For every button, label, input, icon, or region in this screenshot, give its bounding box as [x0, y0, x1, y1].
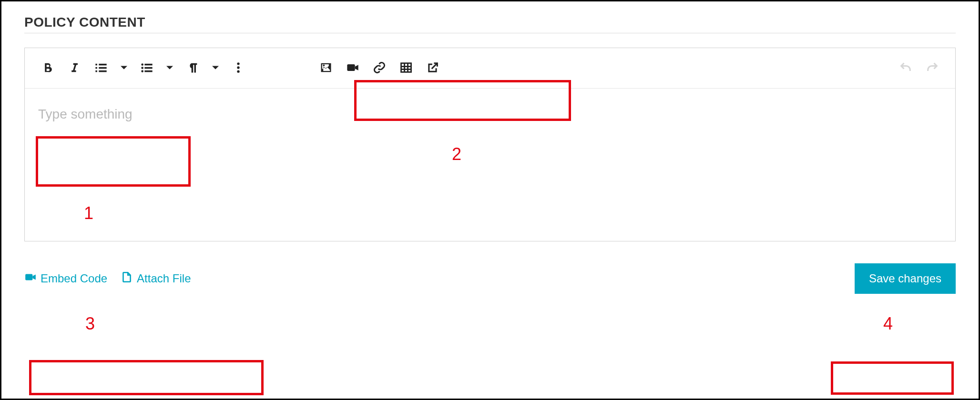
- insert-image-button[interactable]: [315, 57, 337, 80]
- redo-icon: [926, 61, 939, 76]
- undo-button[interactable]: [894, 57, 917, 80]
- svg-rect-5: [95, 70, 97, 72]
- embed-code-label: Embed Code: [41, 272, 107, 285]
- svg-rect-11: [144, 70, 152, 72]
- embed-code-link[interactable]: Embed Code: [24, 271, 107, 286]
- attach-file-link[interactable]: Attach File: [121, 271, 191, 286]
- video-icon: [24, 271, 37, 286]
- insert-video-button[interactable]: [341, 57, 364, 80]
- link-icon: [373, 61, 386, 76]
- video-icon: [346, 61, 359, 76]
- editor-footer: Embed Code Attach File Save changes: [24, 263, 956, 294]
- open-external-button[interactable]: [421, 57, 444, 80]
- annotation-box-3: [29, 360, 264, 395]
- attach-file-label: Attach File: [137, 272, 191, 285]
- svg-rect-1: [99, 67, 106, 69]
- table-icon: [399, 61, 413, 76]
- section-heading: POLICY CONTENT: [24, 15, 956, 30]
- undo-icon: [899, 61, 912, 76]
- bold-button[interactable]: [36, 57, 59, 80]
- svg-point-6: [141, 63, 143, 66]
- toolbar-history-group: [894, 57, 944, 80]
- svg-rect-2: [99, 70, 106, 72]
- ordered-list-button[interactable]: [90, 57, 112, 80]
- annotation-label-3: 3: [85, 314, 95, 334]
- ordered-list-dropdown[interactable]: [116, 57, 132, 80]
- unordered-list-icon: [140, 61, 153, 76]
- svg-rect-17: [401, 63, 411, 72]
- svg-rect-9: [144, 63, 152, 65]
- ordered-list-icon: [94, 61, 108, 76]
- paragraph-format-dropdown[interactable]: [208, 57, 223, 80]
- italic-icon: [68, 61, 81, 76]
- svg-point-12: [237, 62, 239, 65]
- chevron-down-icon: [163, 61, 176, 76]
- annotation-box-4: [831, 361, 954, 395]
- svg-point-7: [141, 67, 143, 69]
- editor-placeholder-text: Type something: [38, 107, 133, 121]
- editor-content-area[interactable]: Type something: [25, 89, 955, 241]
- unordered-list-button[interactable]: [135, 57, 158, 80]
- svg-rect-4: [95, 67, 97, 69]
- save-changes-button[interactable]: Save changes: [855, 263, 956, 294]
- chevron-down-icon: [209, 61, 222, 76]
- external-link-icon: [426, 61, 439, 76]
- paragraph-format-button[interactable]: [181, 57, 204, 80]
- insert-table-button[interactable]: [395, 57, 418, 80]
- svg-rect-10: [144, 67, 152, 69]
- italic-button[interactable]: [63, 57, 86, 80]
- chevron-down-icon: [117, 61, 131, 76]
- image-icon: [319, 61, 333, 76]
- svg-rect-3: [95, 63, 97, 65]
- kebab-icon: [232, 61, 245, 76]
- rich-text-editor: Type something: [24, 48, 956, 241]
- pilcrow-icon: [186, 61, 199, 76]
- annotation-label-4: 4: [883, 314, 893, 334]
- svg-point-15: [323, 64, 325, 66]
- editor-toolbar: [25, 48, 955, 89]
- svg-point-8: [141, 70, 143, 72]
- file-icon: [121, 271, 133, 286]
- svg-rect-22: [25, 274, 32, 280]
- svg-rect-0: [99, 63, 106, 65]
- redo-button[interactable]: [921, 57, 944, 80]
- svg-point-13: [237, 66, 239, 69]
- insert-link-button[interactable]: [368, 57, 391, 80]
- divider: [24, 33, 956, 33]
- svg-rect-16: [347, 64, 355, 71]
- unordered-list-dropdown[interactable]: [162, 57, 177, 80]
- bold-icon: [41, 61, 54, 76]
- more-options-button[interactable]: [227, 57, 250, 80]
- svg-point-14: [237, 70, 239, 72]
